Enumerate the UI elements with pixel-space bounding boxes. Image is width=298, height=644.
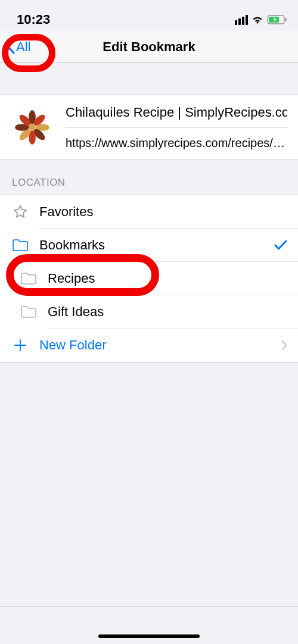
bookmark-favicon (10, 105, 55, 150)
home-indicator[interactable] (98, 634, 200, 638)
bookmark-card: Chilaquiles Recipe | SimplyRecipes.com h… (0, 95, 298, 160)
plus-icon (12, 338, 29, 352)
star-outline-icon (12, 205, 29, 219)
row-label: Bookmarks (39, 237, 105, 253)
favicon-flower-icon (13, 108, 51, 146)
row-label: Recipes (48, 271, 95, 286)
svg-rect-1 (285, 18, 287, 21)
chevron-right-icon (281, 340, 287, 351)
bookmark-title-field[interactable]: Chilaquiles Recipe | SimplyRecipes.com (66, 104, 287, 128)
back-label: All (16, 39, 30, 55)
battery-charging-icon (267, 15, 287, 24)
new-folder-button[interactable]: New Folder (0, 329, 298, 362)
folder-favorites[interactable]: Favorites (0, 195, 298, 229)
status-time: 10:23 (17, 12, 50, 27)
page-title: Edit Bookmark (103, 39, 195, 55)
row-label: New Folder (39, 337, 106, 353)
svg-point-3 (29, 124, 36, 131)
folder-bookmarks[interactable]: Bookmarks (0, 229, 298, 262)
folder-icon (20, 305, 37, 319)
status-bar: 10:23 (0, 0, 298, 31)
chevron-left-icon (6, 40, 15, 54)
folder-blue-icon (12, 238, 29, 252)
cellular-icon (235, 15, 248, 25)
back-button[interactable]: All (6, 31, 30, 62)
bookmark-url-field[interactable]: https://www.simplyrecipes.com/recipes/ch… (66, 128, 287, 151)
checkmark-icon (274, 240, 287, 251)
folder-icon (20, 271, 37, 286)
folder-gift-ideas[interactable]: Gift Ideas (0, 295, 298, 329)
folder-recipes[interactable]: Recipes (0, 262, 298, 295)
wifi-icon (251, 15, 264, 24)
nav-bar: All Edit Bookmark (0, 31, 298, 63)
status-indicators (235, 15, 287, 25)
location-header: LOCATION (0, 160, 298, 195)
location-list: Favorites Bookmarks Recipes Gift Ideas N… (0, 195, 298, 362)
row-label: Favorites (39, 204, 93, 220)
row-label: Gift Ideas (48, 304, 104, 320)
footer-separator (0, 606, 298, 607)
